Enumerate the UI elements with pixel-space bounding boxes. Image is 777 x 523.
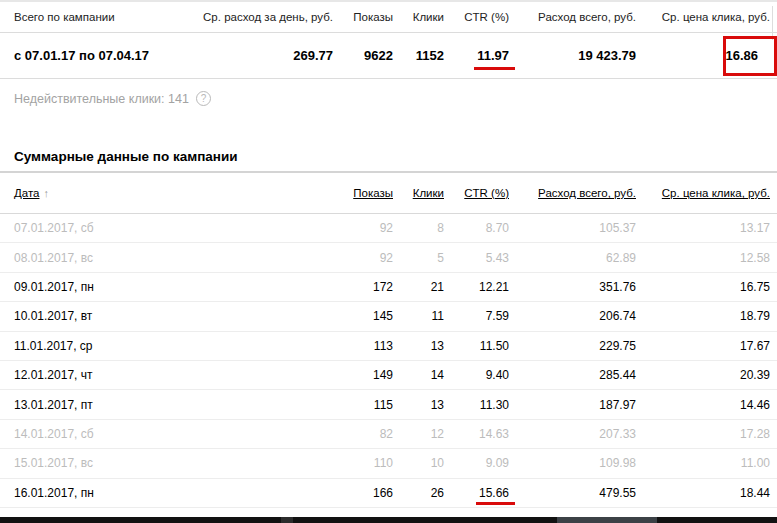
col-header-avg-daily-spend: Ср. расход за день, руб.: [194, 11, 333, 23]
row-avg-cpc: 17.67: [636, 339, 770, 353]
ctr-highlight-underline: 11.97: [477, 48, 509, 63]
total-avg-daily-spend: 269.77: [194, 48, 333, 63]
row-date: 12.01.2017, чт: [14, 368, 333, 382]
summary-total-row: с 07.01.17 по 07.04.17 269.77 9622 1152 …: [0, 33, 777, 79]
row-clicks: 8: [393, 221, 444, 235]
daily-table-header: Дата↑ Показы Клики CTR (%) Расход всего,…: [0, 173, 777, 214]
row-ctr: 14.63: [444, 427, 509, 441]
summary-table-header: Всего по кампании Ср. расход за день, ру…: [0, 2, 777, 33]
row-impressions: 172: [333, 280, 393, 294]
row-total-spend: 109.98: [509, 456, 636, 470]
row-date: 11.01.2017, ср: [14, 339, 333, 353]
col-header-date: Дата↑: [14, 187, 333, 199]
row-impressions: 166: [333, 486, 393, 500]
table-row: 08.01.2017, вс 92 5 5.43 62.89 12.58: [0, 243, 777, 272]
row-date: 10.01.2017, вт: [14, 309, 333, 323]
sort-by-avg-cpc-link[interactable]: Ср. цена клика, руб.: [662, 187, 770, 199]
row-clicks: 5: [393, 251, 444, 265]
row-ctr-value: 12.21: [479, 280, 509, 294]
row-avg-cpc: 17.28: [636, 427, 770, 441]
total-clicks: 1152: [393, 48, 444, 63]
table-row: 14.01.2017, сб 82 12 14.63 207.33 17.28: [0, 420, 777, 449]
row-avg-cpc: 16.75: [636, 280, 770, 294]
row-ctr-value: 7.59: [486, 309, 509, 323]
row-clicks: 10: [393, 456, 444, 470]
row-total-spend: 229.75: [509, 339, 636, 353]
help-question-icon[interactable]: ?: [196, 91, 211, 106]
row-clicks: 13: [393, 339, 444, 353]
row-date: 14.01.2017, сб: [14, 427, 333, 441]
sort-by-total-spend-link[interactable]: Расход всего, руб.: [538, 187, 636, 199]
row-avg-cpc: 13.17: [636, 221, 770, 235]
section-title-block: Суммарные данные по кампании: [0, 147, 777, 173]
row-ctr: 8.70: [444, 221, 509, 235]
row-total-spend: 206.74: [509, 309, 636, 323]
taskbar-segment: [281, 517, 293, 523]
total-spend: 19 423.79: [509, 48, 636, 63]
row-total-spend: 105.37: [509, 221, 636, 235]
table-row: 15.01.2017, вс 110 10 9.09 109.98 11.00: [0, 449, 777, 478]
row-clicks: 21: [393, 280, 444, 294]
row-clicks: 12: [393, 427, 444, 441]
campaign-stats-page: Всего по кампании Ср. расход за день, ру…: [0, 0, 777, 523]
avg-cpc-highlight-frame: [723, 36, 777, 76]
row-ctr-value: 5.43: [486, 251, 509, 265]
row-ctr-value: 8.70: [486, 221, 509, 235]
row-avg-cpc: 20.39: [636, 368, 770, 382]
period-label: с 07.01.17 по 07.04.17: [14, 48, 194, 63]
row-avg-cpc: 18.44: [636, 486, 770, 500]
col-header-ctr: CTR (%): [444, 187, 509, 199]
total-ctr: 11.97: [444, 48, 509, 63]
table-row: 10.01.2017, вт 145 11 7.59 206.74 18.79: [0, 302, 777, 331]
invalid-clicks-text: Недействительные клики: 141: [14, 92, 189, 106]
taskbar-segment: [557, 517, 657, 523]
row-ctr: 7.59: [444, 309, 509, 323]
sort-ascending-icon: ↑: [43, 187, 49, 199]
col-header-total-spend: Расход всего, руб.: [509, 187, 636, 199]
col-header-avg-cpc: Ср. цена клика, руб.: [636, 11, 770, 23]
table-row: 16.01.2017, пн 166 26 15.66 479.55 18.44: [0, 479, 777, 508]
sort-by-clicks-link[interactable]: Клики: [413, 187, 444, 199]
col-header-clicks: Клики: [393, 187, 444, 199]
col-header-impressions: Показы: [333, 11, 393, 23]
col-header-total-spend: Расход всего, руб.: [509, 11, 636, 23]
row-impressions: 82: [333, 427, 393, 441]
row-impressions: 92: [333, 251, 393, 265]
row-ctr: 5.43: [444, 251, 509, 265]
sort-by-ctr-link[interactable]: CTR (%): [464, 187, 509, 199]
row-total-spend: 479.55: [509, 486, 636, 500]
row-clicks: 11: [393, 309, 444, 323]
col-header-ctr: CTR (%): [444, 11, 509, 23]
row-impressions: 92: [333, 221, 393, 235]
row-date: 16.01.2017, пн: [14, 486, 333, 500]
table-row: 11.01.2017, ср 113 13 11.50 229.75 17.67: [0, 332, 777, 361]
table-row: 09.01.2017, пн 172 21 12.21 351.76 16.75: [0, 273, 777, 302]
row-total-spend: 351.76: [509, 280, 636, 294]
row-total-spend: 187.97: [509, 398, 636, 412]
table-row: 12.01.2017, чт 149 14 9.40 285.44 20.39: [0, 361, 777, 390]
taskbar-edge: [0, 517, 777, 523]
row-ctr-value: 15.66: [479, 486, 509, 500]
row-total-spend: 207.33: [509, 427, 636, 441]
total-impressions: 9622: [333, 48, 393, 63]
col-header-campaign-total: Всего по кампании: [14, 11, 194, 23]
col-header-clicks: Клики: [393, 11, 444, 23]
sort-by-impressions-link[interactable]: Показы: [353, 187, 393, 199]
col-header-impressions: Показы: [333, 187, 393, 199]
sort-by-date-link[interactable]: Дата: [14, 187, 39, 199]
row-ctr-value: 9.40: [486, 368, 509, 382]
row-clicks: 13: [393, 398, 444, 412]
row-impressions: 149: [333, 368, 393, 382]
row-ctr: 12.21: [444, 280, 509, 294]
row-ctr: 15.66: [444, 486, 509, 500]
total-avg-cpc: 16.86: [636, 48, 770, 63]
row-impressions: 110: [333, 456, 393, 470]
table-row: 13.01.2017, пт 115 13 11.30 187.97 14.46: [0, 390, 777, 419]
invalid-clicks-note: Недействительные клики: 141 ?: [14, 91, 777, 106]
row-total-spend: 62.89: [509, 251, 636, 265]
row-ctr-value: 14.63: [479, 427, 509, 441]
row-avg-cpc: 11.00: [636, 456, 770, 470]
row-impressions: 115: [333, 398, 393, 412]
col-header-avg-cpc: Ср. цена клика, руб.: [636, 187, 770, 199]
row-clicks: 14: [393, 368, 444, 382]
